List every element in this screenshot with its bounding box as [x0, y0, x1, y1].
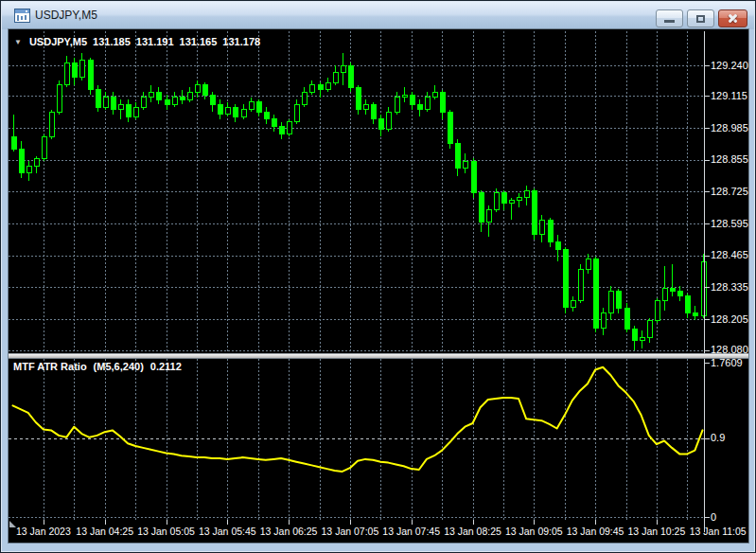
price-axis-label: 128.985: [711, 122, 748, 134]
close-icon: [727, 13, 739, 24]
chart-info-bar: ▼ USDJPY,M5 131.185 131.191 131.165 131.…: [14, 36, 260, 47]
indicator-value: 0.2112: [150, 361, 182, 372]
time-axis-label: 13 Jan 11:05: [678, 526, 748, 538]
panel-separator[interactable]: [9, 353, 748, 359]
chart-window: USDJPY,M5 ▼ USDJPY,M5 131.185 131.191 13…: [0, 0, 756, 553]
price-low: 131.165: [180, 36, 218, 47]
window-title: USDJPY,M5: [35, 9, 97, 22]
price-open: 131.185: [93, 36, 131, 47]
symbol-dropdown-icon[interactable]: ▼: [14, 38, 22, 46]
minimize-icon: [664, 20, 675, 23]
indicator-axis-label: 0: [711, 511, 716, 524]
price-axis-label: 128.595: [711, 218, 748, 230]
candles-layer: [11, 53, 706, 349]
indicator-line: [13, 367, 703, 472]
price-close: 131.178: [222, 36, 260, 47]
price-axis-label: 129.240: [711, 60, 748, 72]
price-axis-label: 129.115: [711, 90, 747, 102]
window-buttons: [656, 9, 747, 27]
restore-button[interactable]: [687, 9, 714, 27]
price-axis-label: 128.465: [711, 249, 748, 261]
price-axis-label: 128.205: [711, 313, 748, 326]
chart-area[interactable]: ▼ USDJPY,M5 131.185 131.191 131.165 131.…: [9, 29, 748, 543]
indicator-label: MTF ATR Ratio (M5,6,240) 0.2112: [13, 361, 182, 372]
indicator-name: MTF ATR Ratio: [13, 361, 87, 372]
price-axis-label: 128.080: [711, 344, 748, 356]
chart-canvas: [9, 29, 748, 543]
title-bar[interactable]: USDJPY,M5: [2, 2, 754, 29]
indicator-params: (M5,6,240): [94, 361, 144, 372]
minimize-button[interactable]: [656, 9, 683, 27]
indicator-axis-label: 1.7609: [711, 357, 743, 369]
price-axis-label: 128.335: [711, 281, 748, 294]
restore-icon: [696, 15, 705, 23]
price-axis-label: 128.725: [711, 186, 748, 198]
symbol-label: USDJPY,M5: [29, 36, 87, 47]
chart-window-icon: [14, 9, 30, 23]
close-button[interactable]: [718, 9, 747, 27]
price-axis-label: 128.855: [711, 153, 748, 166]
indicator-axis-label: 0.9: [711, 432, 725, 444]
price-high: 131.191: [136, 36, 174, 47]
